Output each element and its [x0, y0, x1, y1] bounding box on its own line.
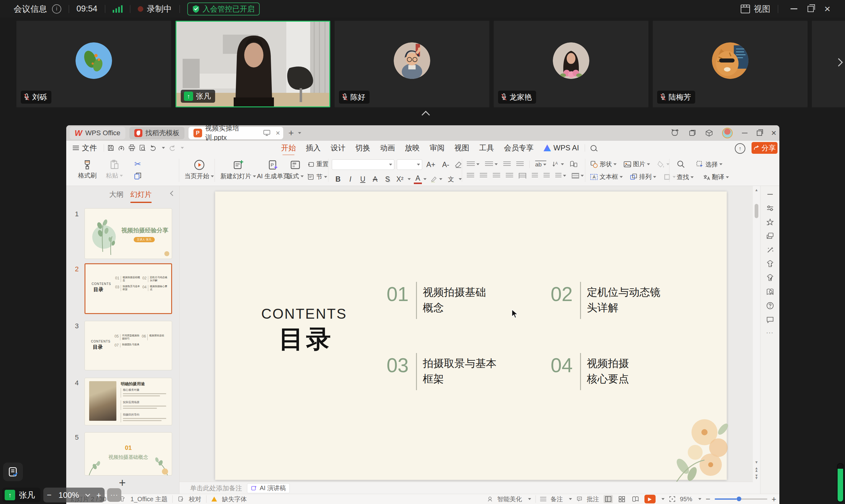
- tab-wps-home[interactable]: W WPS Office: [70, 127, 125, 139]
- section-button[interactable]: 节: [307, 173, 329, 181]
- increase-font-button[interactable]: A+: [425, 161, 437, 169]
- toc-item-1[interactable]: 01 视频拍摄基础概念: [387, 284, 486, 319]
- minimize-button[interactable]: [786, 0, 802, 18]
- multi-window-icon[interactable]: [689, 129, 696, 137]
- toc-item-3[interactable]: 03 拍摄取景与基本框架: [387, 356, 496, 390]
- superscript-button[interactable]: X²: [394, 175, 406, 183]
- help-icon[interactable]: [766, 302, 774, 310]
- slide-thumbnail-5[interactable]: 01 视频拍摄基础概念: [85, 432, 172, 475]
- menu-animation[interactable]: 动画: [380, 143, 395, 153]
- slide-thumbnail-1[interactable]: 视频拍摄经验分享 主讲人 张凡: [85, 208, 172, 259]
- menu-slideshow[interactable]: 放映: [405, 143, 420, 153]
- tab-list-dropdown-icon[interactable]: [298, 132, 301, 134]
- arrange-button[interactable]: 排列: [630, 173, 656, 181]
- slide-thumbnail-4[interactable]: 明确拍摄用途 核心服务对象 实际应用场景 拍摄目的导向: [85, 378, 172, 426]
- participant-tile[interactable]: 陆梅芳: [653, 21, 808, 107]
- scroll-down-icon[interactable]: ▼: [755, 460, 758, 464]
- increase-indent-button[interactable]: [516, 162, 524, 167]
- zoom-in-button[interactable]: +: [772, 494, 776, 504]
- format-painter-button[interactable]: 格式刷: [78, 159, 96, 180]
- participant-tile[interactable]: 陈好: [335, 21, 489, 107]
- distribute-button[interactable]: [519, 173, 526, 179]
- comments-toggle[interactable]: 批注: [587, 495, 599, 503]
- font-family-select[interactable]: [332, 159, 394, 170]
- theme-name[interactable]: 1_Office 主题: [130, 495, 168, 503]
- participant-tile-active-speaker[interactable]: ↑ 张凡: [176, 21, 330, 107]
- menu-review[interactable]: 审阅: [429, 143, 444, 153]
- font-size-select[interactable]: [397, 159, 422, 170]
- collapse-strip-icon[interactable]: [422, 111, 430, 119]
- self-name-pill[interactable]: ↑ 张凡: [2, 488, 40, 502]
- redo-dropdown-icon[interactable]: [181, 147, 184, 149]
- meeting-info-button[interactable]: 会议信息: [14, 3, 47, 15]
- menu-design[interactable]: 设计: [331, 143, 346, 153]
- notes-placeholder[interactable]: 单击此处添加备注: [190, 484, 242, 492]
- wps-restore-button[interactable]: [757, 130, 762, 136]
- new-slide-button[interactable]: 新建幻灯片: [221, 159, 256, 180]
- menu-home[interactable]: 开始: [281, 143, 296, 153]
- fit-window-icon[interactable]: [669, 496, 676, 502]
- layout-button[interactable]: 版式: [287, 159, 304, 180]
- numbered-list-button[interactable]: [485, 162, 498, 167]
- next-slide-button[interactable]: ▼▼: [755, 474, 758, 480]
- italic-button[interactable]: I: [344, 175, 356, 183]
- proofread-label[interactable]: 校对: [189, 495, 201, 503]
- clear-format-icon[interactable]: [454, 161, 462, 168]
- effects-star-icon[interactable]: [766, 218, 774, 226]
- fill-color-button[interactable]: [657, 160, 669, 168]
- close-tab-icon[interactable]: ×: [276, 129, 280, 137]
- save-icon[interactable]: [107, 144, 115, 151]
- decrease-font-button[interactable]: A-: [440, 161, 452, 169]
- zoom-out-button[interactable]: −: [47, 490, 51, 500]
- recording-status[interactable]: 录制中: [147, 3, 172, 15]
- design-skin-icon[interactable]: [766, 260, 774, 268]
- search-icon[interactable]: [591, 145, 596, 151]
- undo-icon[interactable]: [149, 144, 157, 151]
- notes-bar[interactable]: 单击此处添加备注 AI 演讲稿: [179, 482, 753, 494]
- undo-dropdown-icon[interactable]: [162, 147, 165, 149]
- more-options-button[interactable]: ···: [107, 488, 121, 502]
- add-slide-button[interactable]: +: [119, 476, 126, 489]
- paste-button[interactable]: 粘贴: [106, 159, 123, 180]
- cut-icon[interactable]: ✂: [134, 159, 141, 169]
- missing-font-label[interactable]: 缺失字体: [222, 495, 247, 503]
- magic-wand-icon[interactable]: [766, 246, 774, 254]
- bullet-list-button[interactable]: [467, 162, 479, 167]
- character-spacing-button[interactable]: ab: [535, 161, 546, 168]
- menu-insert[interactable]: 插入: [306, 143, 321, 153]
- print-preview-icon[interactable]: [139, 144, 146, 151]
- vertical-align-button[interactable]: [572, 173, 584, 179]
- highlight-color-icon[interactable]: [430, 176, 438, 183]
- justify-button[interactable]: [506, 173, 513, 179]
- decrease-indent-button[interactable]: [503, 162, 511, 167]
- collapse-pane-icon[interactable]: [766, 190, 774, 198]
- notes-toggle[interactable]: 备注: [551, 495, 563, 503]
- pinyin-guide-button[interactable]: 文: [445, 175, 457, 183]
- cloud-upload-icon[interactable]: ↑: [735, 143, 745, 154]
- toc-item-4[interactable]: 04 视频拍摄核心要点: [551, 356, 629, 390]
- menu-member[interactable]: 会员专享: [504, 143, 534, 153]
- redo-icon[interactable]: [168, 144, 176, 151]
- slide-layout-pane-icon[interactable]: [766, 232, 774, 240]
- reset-button[interactable]: 重置: [307, 160, 329, 168]
- bold-button[interactable]: B: [332, 175, 344, 183]
- more-tools-icon[interactable]: ···: [767, 329, 774, 336]
- zoom-in-button[interactable]: +: [96, 490, 101, 500]
- hamburger-menu-icon[interactable]: [73, 146, 79, 146]
- info-icon[interactable]: i: [52, 4, 61, 14]
- slide-thumbnail-3[interactable]: CONTENTS 目录 05不同类型视频拍摄技巧 06视频剪辑基础 07拍摄团队…: [85, 321, 172, 370]
- find-button[interactable]: 查找: [676, 173, 694, 181]
- zoom-slider[interactable]: [715, 499, 767, 500]
- font-color-button[interactable]: A: [414, 174, 422, 184]
- column-spacing-button[interactable]: [544, 173, 550, 179]
- share-button[interactable]: 分享: [752, 142, 777, 154]
- ai-generate-page-button[interactable]: P AI 生成单页: [257, 159, 289, 180]
- select-button[interactable]: 选择: [696, 160, 722, 168]
- tab-outline[interactable]: 大纲: [109, 190, 123, 199]
- toc-item-2[interactable]: 02 定机位与动态镜头详解: [551, 284, 661, 319]
- text-shadow-button[interactable]: S: [381, 175, 394, 183]
- zoom-out-button[interactable]: −: [706, 494, 710, 504]
- export-icon[interactable]: [118, 144, 125, 151]
- wps-minimize-button[interactable]: [742, 133, 747, 133]
- zoom-dropdown-icon[interactable]: [85, 492, 90, 497]
